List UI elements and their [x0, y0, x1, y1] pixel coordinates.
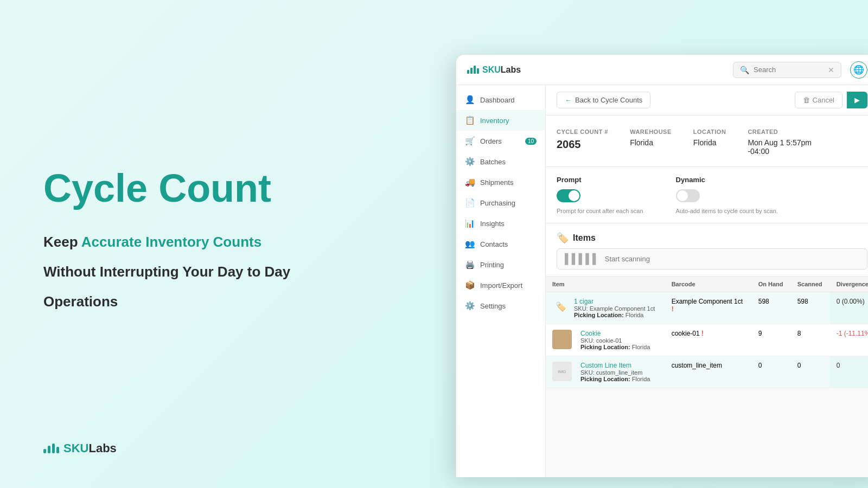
purchasing-icon: 📄	[465, 198, 475, 208]
table-row: Cookie SKU: cookie-01 Picking Location: …	[546, 324, 868, 356]
item-sku: SKU: Example Component 1ct	[574, 305, 655, 312]
col-scanned: Scanned	[791, 277, 830, 292]
main-layout: 👤 Dashboard 📋 Inventory 🛒 Orders 10 ⚙️ B…	[456, 85, 868, 477]
item-thumbnail	[552, 330, 572, 349]
scanned-cell: 598	[791, 292, 830, 324]
marketing-tagline-1: Keep Accurate Inventory Counts	[43, 232, 326, 253]
marketing-title: Cycle Count	[43, 167, 326, 210]
batches-icon: ⚙️	[465, 157, 475, 166]
sidebar-item-printing[interactable]: 🖨️ Printing	[456, 254, 545, 275]
items-title: Items	[573, 233, 596, 243]
items-header: 🏷️ Items	[546, 223, 868, 248]
back-btn-label: Back to Cycle Counts	[575, 96, 642, 104]
dynamic-toggle-group: Dynamic Auto-add items to cycle count by…	[676, 176, 778, 214]
item-thumbnail: IMG	[552, 362, 572, 381]
app-window: SKULabs 🔍 ✕ 🌐 👤 Dashboard 📋 Inventory 🛒 …	[456, 54, 868, 477]
warn-icon: !	[701, 330, 704, 337]
sidebar-item-label: Purchasing	[480, 199, 515, 207]
sidebar-item-label: Orders	[480, 137, 502, 145]
sidebar-item-settings[interactable]: ⚙️ Settings	[456, 296, 545, 316]
app-logo: SKULabs	[467, 65, 521, 75]
item-cell: IMG Custom Line Item SKU: custom_line_it…	[546, 356, 665, 388]
sidebar-item-dashboard[interactable]: 👤 Dashboard	[456, 89, 545, 110]
item-cell: 🏷️ 1 cigar SKU: Example Component 1ct Pi…	[546, 292, 665, 324]
cancel-label: Cancel	[813, 96, 834, 104]
cycle-count-number-label: Cycle Count #	[557, 129, 608, 135]
sidebar-item-label: Batches	[480, 158, 506, 166]
shipments-icon: 🚚	[465, 177, 475, 187]
item-location: Picking Location: Florida	[580, 376, 650, 382]
sidebar-item-inventory[interactable]: 📋 Inventory	[456, 110, 545, 131]
sidebar-item-batches[interactable]: ⚙️ Batches	[456, 151, 545, 172]
sidebar-item-label: Printing	[480, 261, 504, 269]
globe-button[interactable]: 🌐	[850, 61, 867, 79]
sidebar-item-import-export[interactable]: 📦 Import/Export	[456, 275, 545, 296]
cycle-count-number-value: 2065	[557, 138, 608, 151]
scan-input[interactable]	[605, 255, 859, 263]
sidebar-item-purchasing[interactable]: 📄 Purchasing	[456, 192, 545, 213]
dynamic-toggle[interactable]	[676, 189, 700, 202]
sidebar-item-shipments[interactable]: 🚚 Shipments	[456, 172, 545, 192]
orders-badge: 10	[525, 138, 537, 145]
inventory-icon: 📋	[465, 115, 475, 125]
app-logo-bars	[467, 66, 479, 74]
on-hand-cell: 598	[752, 292, 791, 324]
created-col: Created Mon Aug 1 5:57pm -04:00	[748, 126, 812, 156]
marketing-section: Cycle Count Keep Accurate Inventory Coun…	[0, 0, 369, 488]
item-sku: SKU: custom_line_item	[580, 369, 650, 376]
barcode-cell: Example Component 1ct!	[665, 292, 752, 324]
item-name-link[interactable]: 1 cigar	[574, 298, 655, 305]
table-header: Item Barcode On Hand Scanned Divergence	[546, 277, 868, 292]
sidebar-item-label: Dashboard	[480, 96, 515, 104]
scan-bar[interactable]: ▌▌▌▌▌	[557, 248, 867, 269]
sidebar-item-label: Insights	[480, 220, 505, 228]
action-button[interactable]: ▶	[847, 92, 867, 108]
sidebar-item-label: Inventory	[480, 117, 509, 125]
search-icon: 🔍	[740, 66, 749, 74]
item-name-link[interactable]: Custom Line Item	[580, 362, 650, 369]
location-label: Location	[693, 129, 726, 135]
search-box[interactable]: 🔍 ✕	[733, 62, 841, 78]
insights-icon: 📊	[465, 219, 475, 228]
on-hand-cell: 9	[752, 324, 791, 356]
barcode-cell: cookie-01 !	[665, 324, 752, 356]
orders-icon: 🛒	[465, 136, 475, 146]
divergence-cell: 0	[830, 356, 868, 388]
col-on-hand: On Hand	[752, 277, 791, 292]
sidebar-item-contacts[interactable]: 👥 Contacts	[456, 234, 545, 254]
app-logo-text: SKULabs	[482, 65, 521, 75]
search-input[interactable]	[754, 66, 824, 74]
prompt-label: Prompt	[557, 176, 643, 184]
sidebar: 👤 Dashboard 📋 Inventory 🛒 Orders 10 ⚙️ B…	[456, 85, 546, 477]
items-section: 🏷️ Items ▌▌▌▌▌ Item Barcode On Hand Scan…	[546, 223, 868, 388]
back-to-cycle-counts-button[interactable]: ← Back to Cycle Counts	[557, 92, 650, 108]
back-arrow-icon: ←	[565, 96, 572, 104]
table-row: 🏷️ 1 cigar SKU: Example Component 1ct Pi…	[546, 292, 868, 324]
clear-search-icon[interactable]: ✕	[828, 66, 834, 74]
divergence-cell: 0 (0.00%)	[830, 292, 868, 324]
sidebar-item-insights[interactable]: 📊 Insights	[456, 213, 545, 234]
cycle-info-grid: Cycle Count # 2065 Warehouse Florida Loc…	[557, 126, 867, 156]
prompt-toggle-group: Prompt Prompt for count after each scan	[557, 176, 643, 214]
warehouse-label: Warehouse	[630, 129, 672, 135]
created-date: Mon Aug 1 5:57pm	[748, 138, 812, 147]
dashboard-icon: 👤	[465, 95, 475, 105]
item-cell: Cookie SKU: cookie-01 Picking Location: …	[546, 324, 665, 356]
cancel-button[interactable]: 🗑 Cancel	[795, 92, 843, 108]
item-sku: SKU: cookie-01	[580, 337, 650, 344]
import-export-icon: 📦	[465, 280, 475, 290]
logo-text: SKULabs	[63, 441, 117, 455]
sidebar-item-label: Shipments	[480, 178, 513, 187]
tag-icon: 🏷️	[557, 232, 569, 244]
sidebar-item-orders[interactable]: 🛒 Orders 10	[456, 131, 545, 151]
created-label: Created	[748, 129, 778, 135]
printing-icon: 🖨️	[465, 260, 475, 269]
prompt-toggle[interactable]	[557, 189, 580, 202]
item-name-link[interactable]: Cookie	[580, 330, 650, 337]
contacts-icon: 👥	[465, 239, 475, 249]
barcode-cell: custom_line_item	[665, 356, 752, 388]
top-bar: SKULabs 🔍 ✕ 🌐	[456, 55, 868, 85]
location-value: Florida	[693, 138, 726, 147]
bottom-logo: SKULabs	[43, 441, 117, 455]
barcode-icon: ▌▌▌▌▌	[565, 253, 599, 265]
